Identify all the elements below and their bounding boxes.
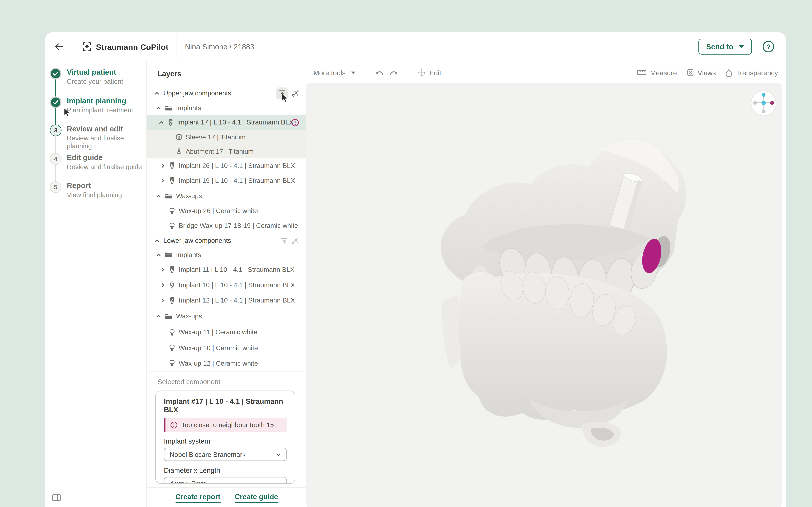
chevron-up-icon[interactable] [154, 238, 160, 243]
warning-icon [291, 118, 299, 126]
step-virtual-patient[interactable]: Virtual patientCreate your patient [45, 68, 147, 86]
warning-text: Too close to neighbour tooth 15 [182, 421, 274, 429]
mouse-cursor [282, 93, 288, 103]
warning-icon [170, 421, 177, 429]
trim-tool-icon[interactable] [292, 237, 299, 244]
step-number: 5 [54, 184, 57, 190]
step-review-and-edit[interactable]: 3 Review and editReview and finalise pla… [45, 124, 147, 151]
collapse-sidebar-button[interactable] [52, 494, 61, 503]
chevron-right-icon[interactable] [160, 178, 165, 183]
step-edit-guide[interactable]: 4 Edit guideReview and finalise guide [45, 153, 147, 171]
views-icon [687, 69, 694, 76]
3d-viewport[interactable] [306, 83, 782, 507]
views-button[interactable]: Views [687, 69, 716, 76]
step-number: 4 [54, 156, 57, 162]
group-upper-waxups[interactable]: Wax-ups [147, 188, 306, 204]
flatten-icon[interactable] [281, 237, 288, 244]
step-report[interactable]: 5 ReportView final planning [45, 181, 147, 199]
more-tools-label: More tools [313, 69, 346, 76]
views-label: Views [698, 69, 716, 76]
send-to-label: Send to [706, 42, 733, 51]
layer-row-implant-26[interactable]: Implant 26 | L 10 - 4.1 | Straumann BLX [147, 158, 306, 173]
layer-row-implant-10[interactable]: Implant 10 | L 10 - 4.1 | Straumann BLX [147, 277, 306, 293]
edit-button[interactable]: Edit [418, 69, 441, 76]
step-subtitle: Review and finalise planning [67, 134, 146, 151]
implant-system-select[interactable]: Nobel Biocare Branemark [164, 448, 287, 461]
layer-row-waxup-11[interactable]: Wax-up 11 | Ceramic white [147, 324, 306, 340]
layer-row-implant-11[interactable]: Implant 11 | L 10 - 4.1 | Straumann BLX [147, 262, 306, 277]
panel-footer: Create report Create guide [147, 493, 306, 503]
transparency-button[interactable]: Transparency [725, 69, 778, 76]
layer-row-waxup-10[interactable]: Wax-up 10 | Ceramic white [147, 340, 306, 355]
toolbar-divider [408, 67, 408, 78]
create-report-link[interactable]: Create report [175, 493, 220, 503]
diameter-length-value: 4mm x 7mm [170, 480, 206, 484]
create-guide-link[interactable]: Create guide [235, 493, 278, 503]
group-lower-jaw[interactable]: Lower jaw components [147, 233, 306, 247]
chevron-up-icon[interactable] [156, 314, 161, 319]
step-title: Virtual patient [67, 68, 146, 76]
chevron-up-icon[interactable] [156, 105, 161, 111]
header-divider [176, 35, 177, 58]
undo-icon[interactable] [375, 69, 383, 76]
collapse-panel-icon [52, 494, 61, 501]
orientation-widget[interactable] [751, 91, 776, 116]
layer-row-implant-17[interactable]: Implant 17 | L 10 - 4.1 | Straumann BLX [147, 115, 306, 130]
back-arrow-icon [55, 43, 63, 50]
redo-icon[interactable] [390, 69, 398, 76]
droplet-icon [725, 69, 732, 76]
layer-row-bridge-waxup[interactable]: Bridge Wax-up 17-18-19 | Ceramic white [147, 218, 306, 233]
ruler-icon [637, 69, 647, 76]
group-lower-waxups[interactable]: Wax-ups [147, 308, 306, 324]
step-title: Edit guide [67, 153, 146, 162]
folder-icon [165, 193, 172, 199]
diameter-length-select[interactable]: 4mm x 7mm [164, 477, 287, 484]
layer-row-waxup-12[interactable]: Wax-up 12 | Ceramic white [147, 355, 306, 371]
send-to-button[interactable]: Send to [698, 39, 752, 55]
step-implant-planning[interactable]: Implant planningPlan implant treatment [45, 96, 147, 114]
panel-footer-divider [147, 487, 306, 488]
folder-icon [165, 105, 172, 111]
implant-17-children: Sleeve 17 | Titanium Abutment 17 | Titan… [147, 130, 306, 158]
layer-row-sleeve-17[interactable]: Sleeve 17 | Titanium [147, 130, 306, 144]
back-button[interactable] [52, 40, 66, 54]
breadcrumb-patient: Nina Simone / 21883 [185, 42, 254, 51]
measure-button[interactable]: Measure [637, 69, 677, 76]
caret-down-icon [351, 71, 355, 74]
layer-row-implant-12[interactable]: Implant 12 | L 10 - 4.1 | Straumann BLX [147, 292, 306, 308]
chevron-right-icon[interactable] [160, 298, 165, 303]
step-number-circle: 5 [50, 181, 61, 193]
caret-down-icon [739, 45, 744, 48]
implant-icon [169, 162, 175, 170]
implant-icon [169, 266, 175, 273]
group-upper-implants[interactable]: Implants [147, 101, 306, 115]
warning-banner: Too close to neighbour tooth 15 [164, 417, 287, 432]
layer-row-waxup-26[interactable]: Wax-up 26 | Ceramic white [147, 204, 306, 218]
layer-row-implant-19[interactable]: Implant 19 | L 10 - 4.1 | Straumann BLX [147, 173, 306, 188]
app-window: Straumann CoPilot Nina Simone / 21883 Se… [0, 0, 812, 507]
diameter-length-label: Diameter x Length [164, 466, 287, 474]
app-card: Straumann CoPilot Nina Simone / 21883 Se… [45, 32, 786, 507]
more-tools-button[interactable]: More tools [313, 69, 355, 76]
chevron-right-icon[interactable] [160, 267, 165, 272]
layer-row-abutment-17[interactable]: Abutment 17 | Titanium [147, 144, 306, 158]
workflow-stepper: Virtual patientCreate your patient Impla… [45, 61, 147, 485]
folder-icon [165, 251, 172, 258]
chevron-right-icon[interactable] [160, 282, 165, 288]
layers-tree: Upper jaw components Implants Implant 17… [147, 86, 306, 372]
chevron-up-icon[interactable] [156, 193, 161, 199]
chevron-up-icon[interactable] [158, 120, 164, 125]
waxup-tooth-icon [169, 360, 175, 367]
mouse-cursor [64, 108, 70, 117]
chevron-up-icon[interactable] [156, 252, 161, 258]
help-button[interactable] [761, 40, 775, 54]
abutment-icon [176, 148, 182, 155]
group-lower-implants[interactable]: Implants [147, 247, 306, 262]
app-logo: Straumann CoPilot [82, 42, 168, 51]
step-check-circle [50, 68, 61, 79]
chevron-right-icon[interactable] [160, 163, 165, 169]
chevron-up-icon[interactable] [154, 91, 160, 96]
implant-icon [167, 119, 173, 126]
toolbar-divider [627, 67, 627, 78]
trim-tool-icon[interactable] [292, 89, 299, 97]
